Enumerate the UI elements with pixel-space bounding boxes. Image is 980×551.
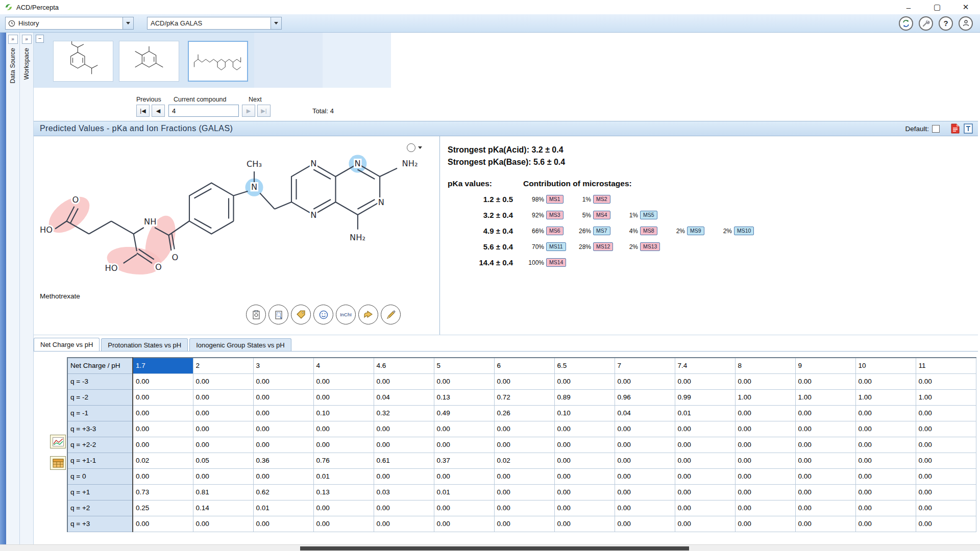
- collapse-strip-button[interactable]: −: [36, 35, 44, 43]
- fraction-cell[interactable]: 0.02: [494, 453, 554, 468]
- expand-data-source-icon[interactable]: »: [8, 35, 18, 44]
- fraction-cell[interactable]: 0.00: [193, 468, 253, 484]
- fraction-cell[interactable]: 0.00: [675, 437, 735, 453]
- fraction-cell[interactable]: 0.00: [735, 437, 795, 453]
- fraction-cell[interactable]: 0.00: [916, 453, 976, 468]
- fraction-cell[interactable]: 0.00: [434, 437, 494, 453]
- ph-header-cell[interactable]: 9: [795, 358, 855, 373]
- ph-header-cell[interactable]: 6.5: [554, 358, 615, 373]
- fraction-cell[interactable]: 0.04: [615, 405, 675, 421]
- microstate-badge[interactable]: MS1: [546, 195, 564, 204]
- fraction-cell[interactable]: 0.00: [615, 484, 675, 500]
- fraction-cell[interactable]: 0.00: [313, 437, 374, 453]
- module-dropdown[interactable]: ACD/pKa GALAS: [147, 17, 282, 30]
- scrollbar-thumb[interactable]: [300, 546, 689, 550]
- fraction-cell[interactable]: 0.00: [735, 373, 795, 389]
- fraction-cell[interactable]: 0.00: [313, 516, 374, 532]
- sidebar-tab-data-source[interactable]: » Data Source: [6, 33, 20, 551]
- ph-header-cell[interactable]: 7.4: [675, 358, 735, 373]
- fraction-cell[interactable]: 0.00: [795, 405, 855, 421]
- fraction-cell[interactable]: 0.00: [855, 437, 916, 453]
- microstate-badge[interactable]: MS13: [640, 242, 660, 251]
- fraction-cell[interactable]: 0.00: [855, 484, 916, 500]
- fraction-cell[interactable]: 0.00: [916, 421, 976, 437]
- help-icon[interactable]: ?: [939, 16, 953, 31]
- fraction-cell[interactable]: 0.00: [313, 421, 374, 437]
- fraction-cell[interactable]: 0.00: [795, 453, 855, 468]
- fraction-cell[interactable]: 0.00: [434, 373, 494, 389]
- fraction-cell[interactable]: 0.01: [313, 468, 374, 484]
- fraction-cell[interactable]: 0.00: [374, 516, 434, 532]
- history-dropdown-arrow[interactable]: [122, 17, 133, 29]
- fraction-cell[interactable]: 0.00: [313, 389, 374, 405]
- fraction-cell[interactable]: 0.00: [494, 484, 554, 500]
- fraction-cell[interactable]: 0.00: [193, 373, 253, 389]
- tag-button[interactable]: [291, 305, 311, 324]
- fraction-cell[interactable]: 0.25: [133, 500, 193, 516]
- microstate-badge[interactable]: MS4: [593, 211, 610, 219]
- fraction-cell[interactable]: 0.00: [795, 516, 855, 532]
- fraction-cell[interactable]: 0.26: [494, 405, 554, 421]
- microstate-badge[interactable]: MS12: [593, 242, 613, 251]
- minimize-button[interactable]: –: [894, 0, 923, 14]
- fraction-cell[interactable]: 0.00: [916, 405, 976, 421]
- fraction-cell[interactable]: 0.61: [374, 453, 434, 468]
- fraction-cell[interactable]: 0.72: [494, 389, 554, 405]
- default-checkbox[interactable]: [932, 125, 940, 133]
- fraction-cell[interactable]: 0.00: [253, 468, 313, 484]
- fraction-cell[interactable]: 0.00: [434, 516, 494, 532]
- fraction-cell[interactable]: 0.13: [313, 484, 374, 500]
- fraction-cell[interactable]: 0.00: [795, 500, 855, 516]
- tab-ionogenic-group-states[interactable]: Ionogenic Group States vs pH: [189, 338, 291, 352]
- fraction-cell[interactable]: 0.96: [615, 389, 675, 405]
- table-view-button[interactable]: [50, 456, 66, 470]
- fraction-cell[interactable]: 0.04: [374, 389, 434, 405]
- fraction-cell[interactable]: 0.00: [554, 453, 615, 468]
- module-dropdown-arrow[interactable]: [271, 17, 281, 29]
- close-button[interactable]: ✕: [951, 0, 980, 14]
- fraction-cell[interactable]: 0.00: [253, 389, 313, 405]
- fraction-cell[interactable]: 0.00: [855, 500, 916, 516]
- fraction-cell[interactable]: 0.00: [193, 516, 253, 532]
- fraction-cell[interactable]: 1.00: [795, 389, 855, 405]
- fraction-cell[interactable]: 0.99: [675, 389, 735, 405]
- fraction-cell[interactable]: 0.00: [735, 484, 795, 500]
- fraction-cell[interactable]: 0.00: [795, 373, 855, 389]
- fraction-cell[interactable]: 0.10: [554, 405, 615, 421]
- fraction-cell[interactable]: 0.00: [193, 405, 253, 421]
- last-compound-button[interactable]: ▶|: [257, 105, 271, 117]
- fraction-cell[interactable]: 0.00: [916, 437, 976, 453]
- fraction-cell[interactable]: 0.00: [855, 373, 916, 389]
- fraction-cell[interactable]: 0.00: [855, 468, 916, 484]
- inchi-button[interactable]: InChI: [336, 305, 356, 324]
- fraction-cell[interactable]: 0.00: [795, 437, 855, 453]
- fraction-cell[interactable]: 0.00: [615, 421, 675, 437]
- microstate-badge[interactable]: MS7: [593, 227, 610, 235]
- fraction-cell[interactable]: 0.01: [253, 500, 313, 516]
- fraction-cell[interactable]: 0.00: [374, 421, 434, 437]
- fraction-cell[interactable]: 0.00: [313, 373, 374, 389]
- fraction-cell[interactable]: 0.00: [374, 468, 434, 484]
- fraction-cell[interactable]: 0.00: [554, 484, 615, 500]
- fraction-cell[interactable]: 0.00: [494, 421, 554, 437]
- ph-header-cell[interactable]: 1.7: [133, 358, 193, 373]
- fraction-cell[interactable]: 0.00: [554, 437, 615, 453]
- fraction-cell[interactable]: 0.01: [434, 484, 494, 500]
- fraction-cell[interactable]: 0.00: [193, 421, 253, 437]
- microstate-badge[interactable]: MS6: [546, 227, 564, 235]
- fraction-cell[interactable]: 0.49: [434, 405, 494, 421]
- fraction-cell[interactable]: 0.00: [554, 468, 615, 484]
- microstate-badge[interactable]: MS9: [687, 227, 704, 235]
- tab-protonation-states[interactable]: Protonation States vs pH: [101, 338, 188, 352]
- fraction-cell[interactable]: 0.00: [133, 405, 193, 421]
- previous-compound-button[interactable]: ◀: [152, 105, 165, 117]
- chart-view-button[interactable]: [50, 435, 66, 448]
- microstate-badge[interactable]: MS5: [640, 211, 657, 219]
- fraction-cell[interactable]: 0.00: [253, 516, 313, 532]
- fraction-cell[interactable]: 0.00: [615, 516, 675, 532]
- expand-workspace-icon[interactable]: »: [22, 35, 32, 44]
- structure-drawing[interactable]: OHOHOOONHCH₃NNNNNNH₂NH₂: [35, 148, 433, 283]
- fraction-cell[interactable]: 0.37: [434, 453, 494, 468]
- fraction-cell[interactable]: 0.00: [554, 516, 615, 532]
- ph-header-cell[interactable]: 4: [313, 358, 374, 373]
